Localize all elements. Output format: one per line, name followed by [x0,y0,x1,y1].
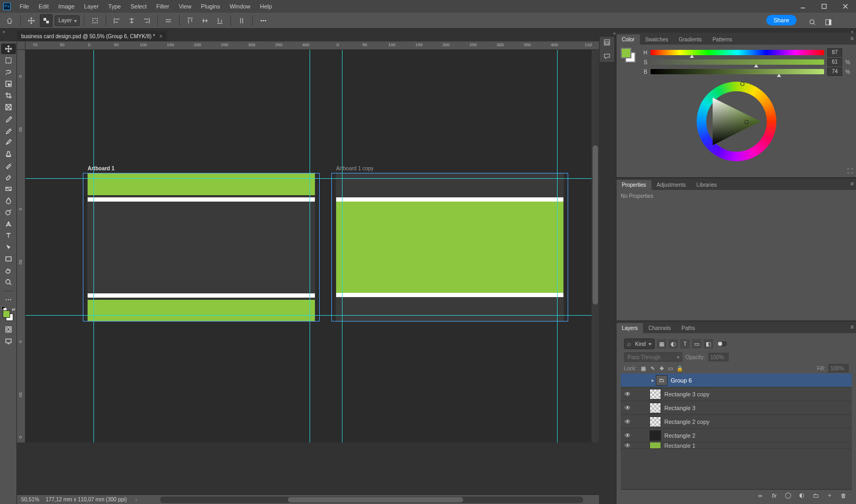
object-select-tool[interactable] [1,79,16,89]
rectangle-white-top[interactable] [336,197,563,202]
menu-edit[interactable]: Edit [34,1,54,12]
panel-menu-icon[interactable]: ≡ [851,324,854,330]
filter-shape-icon[interactable]: ▭ [692,339,701,349]
more-options-icon[interactable] [257,14,270,27]
foreground-color-swatch[interactable] [3,310,10,318]
fill-input[interactable]: 100% [828,364,849,372]
visibility-toggle[interactable]: 👁 [621,432,635,439]
lock-all-icon[interactable]: 🔒 [676,364,683,372]
adjustment-layer-icon[interactable]: ◐ [798,492,806,499]
align-vcenter-icon[interactable] [199,14,211,27]
gradient-tool[interactable] [1,184,16,194]
panel-menu-icon[interactable]: ≡ [851,35,854,41]
swap-colors-icon[interactable]: ⇄ [12,307,15,312]
canvas-viewport[interactable]: Artboard 1 Artboard 1 copy [25,50,599,442]
search-icon[interactable] [806,16,819,29]
menu-window[interactable]: Window [225,1,255,12]
move-tool-icon[interactable] [25,14,38,27]
panel-menu-icon[interactable]: ≡ [851,180,854,187]
move-tool[interactable] [1,44,16,54]
menu-plugins[interactable]: Plugins [196,1,225,12]
distribute-h-icon[interactable] [162,14,175,27]
transform-controls-toggle[interactable] [89,14,101,27]
workspace-switcher-icon[interactable] [822,16,835,29]
hand-tool[interactable] [1,265,16,276]
bri-value-input[interactable]: 74 [827,67,842,76]
expand-left-gutter-icon[interactable]: » [1,29,6,34]
new-group-icon[interactable]: 🗀 [811,492,820,499]
rectangle-big-fill[interactable] [336,202,563,293]
hue-value-input[interactable]: 87 [827,48,842,57]
tab-adjustments[interactable]: Adjustments [652,180,691,190]
brush-tool[interactable] [1,137,16,147]
distribute-v-icon[interactable] [235,14,248,27]
vertical-ruler[interactable]: 0 50 0 50 0 50 0 [17,50,25,442]
menu-view[interactable]: View [174,1,196,12]
layer-row-rect3copy[interactable]: 👁 Rectangle 3 copy [621,387,852,401]
heal-tool[interactable] [1,125,16,136]
window-minimize-button[interactable] [792,0,814,13]
layer-fx-icon[interactable]: fx [770,492,778,499]
rectangle-top[interactable] [88,173,315,196]
layer-name[interactable]: Rectangle 2 [664,432,696,439]
opacity-input[interactable]: 100% [708,353,729,361]
layer-filter-kind-select[interactable]: Kind [624,338,655,349]
delete-layer-icon[interactable]: 🗑 [839,492,848,499]
visibility-toggle[interactable]: 👁 [621,418,635,425]
layer-name[interactable]: Rectangle 3 [664,405,696,411]
layer-row-group6[interactable]: ▸ 🗀 Group 6 [621,373,852,387]
canvas-horizontal-scrollbar[interactable] [160,497,583,503]
layer-name[interactable]: Group 6 [671,377,692,384]
visibility-toggle[interactable]: 👁 [621,390,635,398]
window-close-button[interactable] [835,0,856,13]
filter-smart-icon[interactable]: ◧ [704,339,713,349]
layer-tree[interactable]: ▸ 🗀 Group 6 👁 Rectangle 3 copy 👁 Rectang… [621,373,852,489]
layer-row-rect1[interactable]: 👁 Rectangle 1 [621,442,852,449]
menu-image[interactable]: Image [54,1,80,12]
horizontal-ruler[interactable]: 70 50 0 50 100 150 200 250 300 350 400 0… [25,41,599,50]
artboard1-label[interactable]: Artboard 1 [88,166,115,171]
disclosure-icon[interactable]: ▸ [649,378,656,383]
rectangle-white-bot[interactable] [336,293,563,297]
align-bottom-icon[interactable] [213,14,226,27]
tab-channels[interactable]: Channels [643,323,676,333]
menu-select[interactable]: Select [126,1,152,12]
artboard1[interactable] [88,173,315,321]
lock-nesting-icon[interactable]: ▭ [667,364,674,372]
color-panel-expand-icon[interactable]: ⛶ [847,168,853,174]
color-fg-swatch[interactable] [621,48,631,58]
hue-slider[interactable] [650,50,824,55]
type-tool[interactable] [1,230,16,241]
home-button[interactable] [3,14,16,27]
comments-panel-icon[interactable] [602,51,612,61]
zoom-level[interactable]: 50,51% [21,497,39,502]
crop-tool[interactable] [1,90,16,101]
color-fg-bg-swatches[interactable] [621,48,637,64]
screenmode-tool[interactable] [1,336,16,346]
tab-properties[interactable]: Properties [617,180,652,190]
canvas-vertical-scrollbar[interactable] [592,50,599,442]
fg-bg-color-swatches[interactable]: ⇄ [3,308,14,320]
color-wheel[interactable] [697,82,776,161]
history-brush-tool[interactable] [1,160,16,171]
rectangle-bottom[interactable] [88,299,315,321]
lock-pixels-icon[interactable]: ✎ [649,364,656,372]
quickmask-tool[interactable] [1,324,16,335]
frame-tool[interactable] [1,102,16,112]
align-right-icon[interactable] [140,14,153,27]
sat-value-input[interactable]: 61 [827,58,842,66]
zoom-tool[interactable] [1,277,16,288]
layer-name[interactable]: Rectangle 1 [664,442,696,449]
pen-tool[interactable] [1,219,16,229]
sat-slider[interactable] [650,59,824,65]
sv-triangle[interactable] [713,98,760,145]
link-layers-icon[interactable]: ∞ [756,492,765,499]
new-layer-icon[interactable]: ＋ [825,491,834,499]
default-colors-icon[interactable] [2,306,6,310]
filter-toggle-switch[interactable] [717,341,727,346]
docinfo-chevron-icon[interactable]: › [133,497,139,502]
bri-slider[interactable] [650,69,824,74]
layer-name[interactable]: Rectangle 2 copy [664,419,709,425]
hue-ring-marker[interactable] [740,82,744,86]
lock-position-icon[interactable]: ✥ [658,364,665,372]
